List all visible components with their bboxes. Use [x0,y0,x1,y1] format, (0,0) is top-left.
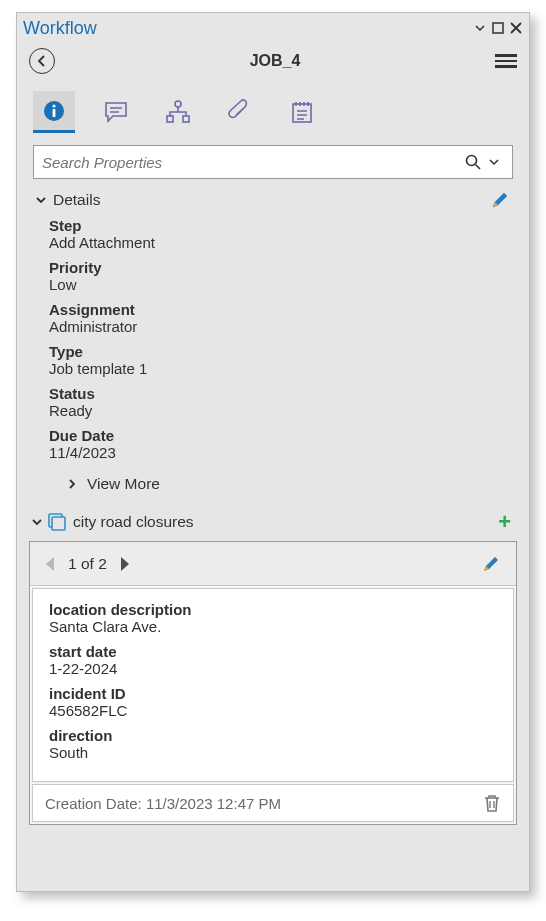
autohide-button[interactable] [471,19,489,37]
maximize-button[interactable] [489,19,507,37]
edit-record-button[interactable] [482,555,500,573]
paperclip-icon [227,99,253,125]
pencil-icon [482,555,500,573]
related-collapse-toggle[interactable] [29,516,45,528]
rfield-incident-id: incident ID 456582FLC [49,685,497,719]
tab-diagram[interactable] [157,91,199,133]
svg-point-2 [52,104,55,107]
svg-point-4 [175,101,181,107]
next-record-button[interactable] [117,555,133,573]
related-header: city road closures + [29,509,517,541]
header-bar: JOB_4 [17,41,529,81]
tab-attachments[interactable] [219,91,261,133]
tab-comments[interactable] [95,91,137,133]
details-section-header: Details [17,189,529,211]
prev-record-button[interactable] [42,555,58,573]
record-nav: 1 of 2 [30,542,516,586]
tab-details[interactable] [33,91,75,133]
record-footer: Creation Date: 11/3/2023 12:47 PM [32,784,514,822]
delete-record-button[interactable] [483,793,501,813]
view-more-button[interactable]: View More [49,469,513,499]
field-due-date: Due Date 11/4/2023 [49,427,513,461]
chevron-right-icon [67,478,77,490]
comment-icon [103,99,129,125]
svg-rect-3 [53,109,56,117]
rfield-direction: direction South [49,727,497,761]
pencil-icon [491,191,509,209]
related-section: city road closures + 1 of 2 location d [29,509,517,825]
hierarchy-icon [165,99,191,125]
record-pager-text: 1 of 2 [68,555,107,573]
panel-title: Workflow [21,18,471,39]
svg-rect-10 [52,517,65,530]
field-status: Status Ready [49,385,513,419]
record-body: location description Santa Clara Ave. st… [32,588,514,782]
tab-bar [17,81,529,137]
job-title: JOB_4 [55,52,495,70]
menu-button[interactable] [495,50,517,72]
close-button[interactable] [507,19,525,37]
details-section-title: Details [53,191,491,209]
field-type: Type Job template 1 [49,343,513,377]
related-layer-name: city road closures [73,513,498,531]
creation-date-text: Creation Date: 11/3/2023 12:47 PM [45,795,483,812]
svg-rect-0 [493,23,503,33]
search-dropdown[interactable] [484,155,504,169]
rfield-start-date: start date 1-22-2024 [49,643,497,677]
layer-icon [47,512,67,532]
svg-point-8 [467,156,477,166]
notepad-icon [290,99,314,125]
details-collapse-toggle[interactable] [33,194,49,206]
titlebar: Workflow [17,13,529,41]
field-step: Step Add Attachment [49,217,513,251]
search-bar [33,145,513,179]
search-icon[interactable] [462,154,484,170]
info-icon [42,99,66,123]
field-priority: Priority Low [49,259,513,293]
record-card: 1 of 2 location description Santa Clara … [29,541,517,825]
tab-notes[interactable] [281,91,323,133]
svg-rect-6 [183,116,189,122]
trash-icon [483,793,501,813]
search-input[interactable] [42,154,462,171]
workflow-panel: Workflow JOB_4 [16,12,530,892]
svg-rect-5 [167,116,173,122]
edit-details-button[interactable] [491,191,509,209]
rfield-location: location description Santa Clara Ave. [49,601,497,635]
field-assignment: Assignment Administrator [49,301,513,335]
back-button[interactable] [29,48,55,74]
add-record-button[interactable]: + [498,509,513,535]
details-body: Step Add Attachment Priority Low Assignm… [17,211,529,505]
